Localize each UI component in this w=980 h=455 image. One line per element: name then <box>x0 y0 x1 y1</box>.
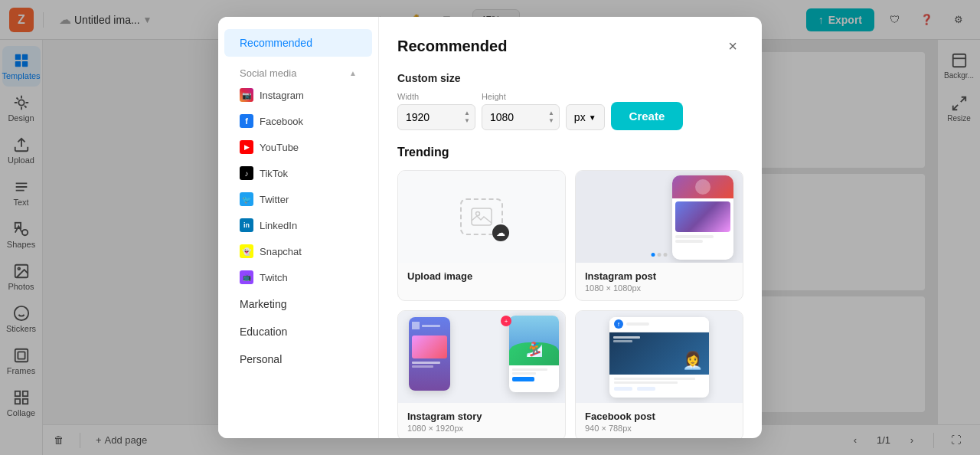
phone-text-lines <box>675 235 730 243</box>
template-info-story: Instagram story 1080 × 1920px <box>398 403 565 438</box>
modal-sub-youtube[interactable]: ▶ YouTube <box>224 134 372 160</box>
template-card-upload[interactable]: ☁ Upload image <box>397 170 566 301</box>
snowboarder-emoji: 🏂 <box>526 341 543 358</box>
template-name-story: Instagram story <box>407 411 556 422</box>
height-spinner: ▲ ▼ <box>544 108 559 126</box>
carousel-dots <box>652 253 668 257</box>
modal-title: Recommended <box>397 38 507 55</box>
height-label: Height <box>482 92 560 101</box>
svg-point-20 <box>476 212 480 216</box>
modal-sub-linkedin[interactable]: in LinkedIn <box>224 212 372 238</box>
svg-rect-19 <box>472 208 492 225</box>
story-preview: 🏂 + <box>398 311 565 403</box>
person-emoji: 👩‍💼 <box>682 351 703 371</box>
modal-sub-instagram[interactable]: 📷 Instagram <box>224 82 372 108</box>
story-text-block <box>412 362 447 368</box>
modal-recommended: Recommended Social media ▲ 📷 Instagram f… <box>218 17 762 438</box>
facebook-actions <box>614 387 704 391</box>
instagram-post-thumb <box>576 171 743 263</box>
width-input[interactable] <box>398 105 459 129</box>
modal-sidebar-recommended[interactable]: Recommended <box>224 29 372 57</box>
facebook-content <box>609 375 709 394</box>
template-card-instagram-post[interactable]: Instagram post 1080 × 1080px <box>575 170 743 301</box>
facebook-preview: f 👩‍💼 <box>576 311 743 403</box>
facebook-image-area: 👩‍💼 <box>609 332 709 375</box>
custom-size-row: Width ▲ ▼ Height ▲ <box>397 92 743 130</box>
facebook-frame: f 👩‍💼 <box>609 317 709 398</box>
facebook-header: f <box>609 317 709 332</box>
instagram-story-thumb: 🏂 + <box>398 311 565 403</box>
story-header-row <box>412 320 447 331</box>
phone-frame-right <box>672 175 733 260</box>
trending-section: Trending ☁ <box>397 146 743 438</box>
template-info-facebook: Facebook post 940 × 788px <box>576 403 743 438</box>
upload-thumb: ☁ <box>398 171 565 263</box>
modal-sidebar: Recommended Social media ▲ 📷 Instagram f… <box>218 17 379 438</box>
notification-dot: + <box>501 316 511 326</box>
trending-grid: ☁ Upload image <box>397 170 743 438</box>
story-card-text <box>509 365 559 385</box>
template-size-instagram: 1080 × 1080px <box>585 283 733 293</box>
story-frame-right: 🏂 <box>509 316 559 392</box>
modal-sub-twitch[interactable]: 📺 Twitch <box>224 264 372 290</box>
width-increment[interactable]: ▲ <box>462 110 472 117</box>
facebook-post-thumb: f 👩‍💼 <box>576 311 743 403</box>
height-group: Height ▲ ▼ <box>482 92 560 130</box>
width-decrement[interactable]: ▼ <box>462 117 472 125</box>
modal-close-button[interactable]: × <box>722 35 743 57</box>
width-input-group: ▲ ▼ <box>397 104 475 130</box>
chevron-up-icon: ▲ <box>349 69 357 77</box>
upload-cloud-icon: ☁ <box>492 224 509 241</box>
trending-label: Trending <box>397 146 743 159</box>
height-input-group: ▲ ▼ <box>482 104 560 130</box>
unit-group: px ▼ <box>566 104 605 130</box>
twitter-icon: 🐦 <box>240 192 253 206</box>
create-button[interactable]: Create <box>611 102 684 130</box>
modal-sidebar-personal[interactable]: Personal <box>224 345 372 373</box>
modal-header: Recommended × <box>397 35 743 57</box>
image-placeholder-icon <box>471 208 492 226</box>
phone-top-image <box>672 175 733 198</box>
phone-content <box>672 198 733 246</box>
social-media-header: Social media ▲ <box>224 60 372 82</box>
height-input[interactable] <box>482 105 544 129</box>
tiktok-icon: ♪ <box>240 166 253 180</box>
insta-post-preview <box>576 171 743 263</box>
template-name-facebook: Facebook post <box>585 411 733 422</box>
modal-sub-twitter[interactable]: 🐦 Twitter <box>224 186 372 212</box>
facebook-icon: f <box>240 114 253 128</box>
snapchat-icon: 👻 <box>240 244 253 258</box>
custom-size-section: Custom size Width ▲ ▼ Height <box>397 72 743 130</box>
instagram-icon: 📷 <box>240 88 253 102</box>
upload-box: ☁ <box>460 198 503 235</box>
fb-text-overlay <box>613 336 640 342</box>
youtube-icon: ▶ <box>240 140 253 154</box>
story-content-inner <box>409 317 450 371</box>
height-decrement[interactable]: ▼ <box>547 117 556 125</box>
modal-sub-snapchat[interactable]: 👻 Snapchat <box>224 238 372 264</box>
template-card-facebook-post[interactable]: f 👩‍💼 <box>575 310 743 438</box>
social-media-group: Social media ▲ 📷 Instagram f Facebook ▶ … <box>218 60 378 290</box>
height-increment[interactable]: ▲ <box>547 110 556 117</box>
modal-sub-facebook[interactable]: f Facebook <box>224 108 372 134</box>
twitch-icon: 📺 <box>240 270 253 284</box>
snowboarder-bg: 🏂 <box>509 316 559 365</box>
template-info-upload: Upload image <box>398 263 565 290</box>
custom-size-label: Custom size <box>397 72 743 84</box>
modal-sidebar-education[interactable]: Education <box>224 318 372 345</box>
template-size-facebook: 940 × 788px <box>585 424 733 433</box>
modal-sidebar-marketing[interactable]: Marketing <box>224 290 372 318</box>
story-image-block <box>412 336 447 358</box>
phone-image-area <box>675 201 730 232</box>
linkedin-icon: in <box>240 218 253 232</box>
upload-icon-area: ☁ <box>460 198 503 235</box>
template-size-story: 1080 × 1920px <box>407 424 556 433</box>
unit-chevron-icon: ▼ <box>589 113 596 122</box>
template-name-instagram: Instagram post <box>585 270 733 282</box>
unit-select[interactable]: px ▼ <box>566 104 605 130</box>
width-group: Width ▲ ▼ <box>397 92 475 130</box>
template-card-instagram-story[interactable]: 🏂 + <box>397 310 566 438</box>
story-gradient <box>409 317 450 391</box>
create-group: Create <box>611 102 684 130</box>
modal-sub-tiktok[interactable]: ♪ TikTok <box>224 160 372 186</box>
